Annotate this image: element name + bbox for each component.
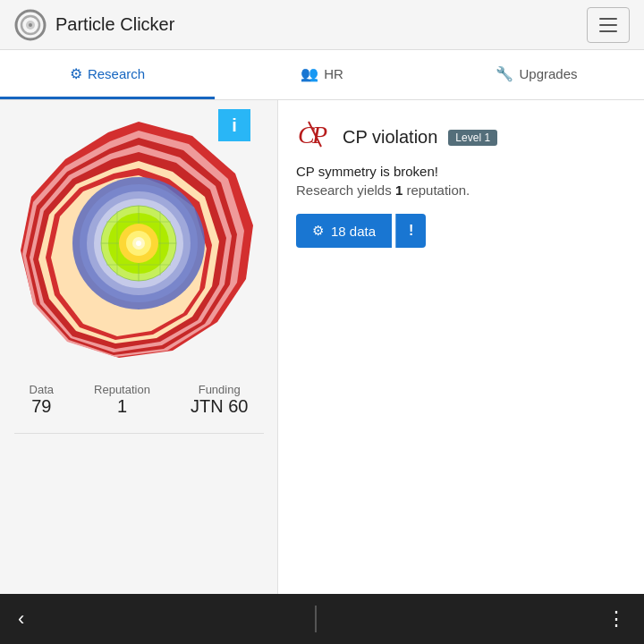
- yield-amount: 1: [395, 182, 402, 198]
- yield-text: Research yields: [296, 182, 395, 198]
- left-panel: i: [0, 100, 277, 594]
- exclaim-button[interactable]: !: [395, 214, 426, 248]
- right-panel: C P CP violation Level 1 CP symmetry is …: [277, 100, 644, 594]
- hamburger-line-2: [599, 24, 617, 26]
- stat-funding: Funding JTN 60: [191, 383, 248, 417]
- svg-point-28: [136, 241, 141, 246]
- particle-svg: [13, 118, 264, 369]
- stat-reputation-label: Reputation: [94, 383, 150, 396]
- app-bar-left: Particle Clicker: [14, 9, 174, 41]
- hamburger-line-3: [599, 30, 617, 32]
- yield-unit: reputation.: [402, 182, 470, 198]
- stat-data-label: Data: [30, 383, 54, 396]
- stats-divider: [14, 433, 264, 434]
- stats-row: Data 79 Reputation 1 Funding JTN 60: [0, 369, 277, 426]
- research-tab-icon: ⚙: [70, 65, 82, 82]
- bottom-bar: ‹ ⋮: [0, 594, 644, 644]
- gear-icon: ⚙: [312, 223, 324, 239]
- stat-reputation-value: 1: [117, 396, 127, 417]
- tab-upgrades-label: Upgrades: [519, 66, 577, 81]
- tab-upgrades[interactable]: 🔧 Upgrades: [429, 50, 644, 99]
- research-item: C P CP violation Level 1 CP symmetry is …: [296, 118, 626, 248]
- main-content: i: [0, 100, 644, 594]
- svg-point-3: [29, 23, 32, 27]
- app-bar: Particle Clicker: [0, 0, 644, 50]
- particle-visualizer[interactable]: [13, 118, 264, 369]
- app-icon: [14, 9, 47, 41]
- app-title: Particle Clicker: [55, 14, 174, 35]
- research-data-label: 18 data: [331, 224, 376, 239]
- tab-research-label: Research: [88, 66, 145, 81]
- research-data-button[interactable]: ⚙ 18 data: [296, 214, 392, 248]
- cp-violation-icon: C P: [296, 118, 332, 157]
- cp-svg-icon: C P: [296, 118, 332, 150]
- more-button[interactable]: ⋮: [606, 607, 626, 631]
- hamburger-line-1: [599, 18, 617, 20]
- level-badge: Level 1: [448, 130, 497, 146]
- stat-funding-label: Funding: [199, 383, 241, 396]
- stat-data: Data 79: [30, 383, 54, 417]
- tab-hr-label: HR: [324, 66, 343, 81]
- action-row: ⚙ 18 data !: [296, 214, 626, 248]
- stat-funding-value: JTN 60: [191, 396, 248, 417]
- upgrades-tab-icon: 🔧: [496, 65, 513, 82]
- stat-data-value: 79: [31, 396, 51, 417]
- info-badge[interactable]: i: [218, 109, 250, 141]
- tab-research[interactable]: ⚙ Research: [0, 50, 215, 99]
- bottom-divider: [315, 606, 317, 632]
- back-button[interactable]: ‹: [18, 607, 24, 631]
- menu-button[interactable]: [587, 7, 630, 43]
- hr-tab-icon: 👥: [301, 65, 318, 82]
- research-title: CP violation: [343, 127, 437, 148]
- stat-reputation: Reputation 1: [94, 383, 150, 417]
- tab-bar: ⚙ Research 👥 HR 🔧 Upgrades: [0, 50, 644, 100]
- research-description: CP symmetry is broken!: [296, 164, 626, 179]
- research-yield: Research yields 1 reputation.: [296, 182, 626, 198]
- tab-hr[interactable]: 👥 HR: [215, 50, 429, 99]
- research-item-header: C P CP violation Level 1: [296, 118, 626, 157]
